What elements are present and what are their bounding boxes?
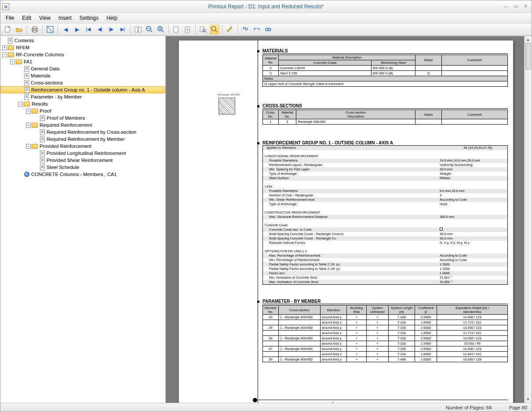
collapse-icon[interactable]: −	[18, 102, 23, 107]
tree-req-cs[interactable]: Required Reinforcement by Cross-section	[0, 129, 165, 136]
expand-icon[interactable]: +	[2, 45, 7, 50]
svg-rect-6	[138, 27, 141, 32]
tree-proof[interactable]: − Proof	[0, 107, 165, 114]
tree-panel[interactable]: Contents + RFEM − RF-Concrete Columns − …	[0, 36, 166, 403]
selection-button[interactable]	[45, 25, 55, 34]
table-row: 12Rectangle 400/400	[263, 119, 508, 125]
vertical-scrollbar[interactable]: ▲ ▼	[524, 36, 532, 403]
print-button[interactable]	[30, 25, 40, 34]
svg-rect-2	[33, 27, 36, 29]
minimize-button[interactable]: —	[503, 4, 510, 10]
col-comment: Comment	[442, 55, 508, 66]
tree-req-mem[interactable]: Required Reinforcement by Member	[0, 136, 165, 143]
tree-prov-long[interactable]: Provided Longitudinal Reinforcement	[0, 150, 165, 157]
tree-label: RFEM	[16, 45, 29, 50]
collapse-icon[interactable]: −	[2, 52, 7, 57]
col-len: System Length[m]	[389, 305, 415, 315]
tree-rfem[interactable]: + RFEM	[0, 44, 165, 51]
tree-label: Provided Shear Reinforcement	[47, 158, 113, 163]
tree-prov-shear[interactable]: Provided Shear Reinforcement	[0, 157, 165, 164]
menu-insert[interactable]: Insert	[58, 15, 72, 21]
tree-req[interactable]: − Required Reinforcement	[0, 121, 165, 129]
tree-results[interactable]: − Results	[0, 100, 165, 107]
tree-label: Required Reinforcement	[40, 122, 92, 128]
section-cross-title: CROSS-SECTIONS	[262, 103, 508, 109]
props-row: Max. Percentage of Reinforcement:Accordi…	[263, 254, 507, 258]
zoom-out-icon[interactable]	[145, 25, 154, 34]
nav-forward-icon[interactable]: |▶	[106, 25, 116, 34]
toolbar: ◀ ▶ |◀ ◀| |▶ ▶|	[0, 23, 532, 36]
menu-view[interactable]: View	[39, 15, 51, 21]
scroll-down-icon[interactable]: ▼	[525, 396, 532, 403]
preview-panel[interactable]: Rectangle 400/400 MATERIALS MaterialNo. …	[166, 36, 532, 403]
col-memno: MemberNo.	[263, 305, 279, 315]
link1-icon[interactable]	[240, 25, 250, 34]
tree-param[interactable]: Parameter - by Member	[0, 93, 165, 100]
tree-label: Results	[32, 101, 48, 107]
table-row: 291 - Rectangle 400/400around Axis y++7.…	[263, 325, 508, 331]
collapse-icon[interactable]: −	[10, 59, 15, 64]
zoom-in-icon[interactable]	[156, 25, 166, 34]
nav-first-icon[interactable]: |◀	[84, 25, 93, 34]
doc-icon	[40, 129, 45, 135]
footer-app: RSTAB 7.03.0640 - Spatial Framed Structu…	[333, 402, 482, 403]
collapse-icon[interactable]: −	[26, 123, 31, 128]
tree-rfcc[interactable]: − RF-Concrete Columns	[0, 51, 165, 58]
link2-icon[interactable]	[252, 25, 262, 34]
cross-section-thumb	[219, 98, 235, 114]
table-row: 371 - Rectangle 400/400around Axis y++7.…	[263, 346, 508, 352]
scroll-thumb[interactable]	[525, 43, 531, 70]
menu-file[interactable]: File	[6, 15, 14, 21]
props-row: Factor αcc :1.0000	[263, 271, 507, 276]
tree-proof-mem[interactable]: Proof of Members	[0, 114, 165, 121]
col-eq: Equivalent Height [m] /Slenderness	[437, 305, 508, 315]
nav-last-icon[interactable]: ▶|	[118, 25, 128, 34]
col-csdesc: Cross-sectionDescription	[296, 110, 415, 119]
props-row: Min. Shear Reinforcement Asw:According t…	[263, 198, 507, 202]
tree-cross[interactable]: Cross-sections	[0, 79, 165, 86]
svg-rect-5	[135, 27, 138, 32]
scroll-up-icon[interactable]: ▲	[525, 36, 532, 43]
new-button[interactable]	[3, 25, 13, 34]
tree-fa1[interactable]: − FA1	[0, 58, 165, 65]
find-icon[interactable]	[198, 25, 208, 34]
fit-page-icon[interactable]	[210, 25, 219, 34]
rg-applied-val: All (24,29,34,37,39)	[440, 146, 506, 150]
tree-concrete[interactable]: CONCRETE Columns - Members , CA1	[0, 171, 165, 178]
two-page-icon[interactable]	[133, 25, 143, 34]
folder-icon	[32, 123, 38, 128]
nav-next-icon[interactable]: ▶	[72, 25, 82, 34]
tree-steel[interactable]: Steel Schedule	[0, 164, 165, 171]
menu-edit[interactable]: Edit	[22, 15, 31, 21]
tree-label: Provided Longitudinal Reinforcement	[47, 151, 126, 156]
nav-back-icon[interactable]: ◀|	[95, 25, 105, 34]
tree-materials[interactable]: Materials	[0, 72, 165, 79]
page-margin: Rectangle 400/400	[179, 40, 258, 403]
status-page: Page 80	[509, 405, 527, 410]
tree-reinf-selected[interactable]: Reinforcement Group no. 1 - Outside colu…	[0, 86, 165, 93]
link3-icon[interactable]	[263, 25, 273, 34]
export-icon[interactable]	[183, 25, 193, 34]
section-rg-title: REINFORCEMENT GROUP NO. 1 - OUTSIDE COLU…	[262, 140, 508, 146]
page-setup-icon[interactable]	[171, 25, 181, 34]
collapse-icon[interactable]: −	[26, 109, 31, 114]
props-row: Number of Cuts - Rectangular:2	[263, 193, 507, 198]
edit-icon[interactable]	[225, 25, 235, 34]
collapse-icon[interactable]: −	[26, 144, 31, 149]
table-row: 2Concrete C35/45BSt 500 S (B)	[263, 66, 508, 71]
menu-settings[interactable]: Settings	[80, 15, 98, 21]
col-notes: Notes	[415, 55, 442, 66]
close-button[interactable]: ✕	[522, 4, 529, 10]
menu-help[interactable]: Help	[106, 15, 117, 21]
maximize-button[interactable]: ▭	[512, 4, 519, 10]
col-rs: Reinforcing Steel	[372, 60, 415, 66]
section-materials-title: MATERIALS	[262, 48, 508, 54]
tree-label: Provided Reinforcement	[40, 143, 91, 149]
tree-root[interactable]: Contents	[0, 37, 165, 44]
tree-prov[interactable]: − Provided Reinforcement	[0, 143, 165, 150]
main-area: Contents + RFEM − RF-Concrete Columns − …	[0, 36, 532, 403]
menubar: File Edit View Insert Settings Help	[0, 13, 532, 23]
open-button[interactable]	[15, 25, 24, 34]
nav-prev-icon[interactable]: ◀	[61, 25, 70, 34]
tree-general[interactable]: General Data	[0, 65, 165, 72]
